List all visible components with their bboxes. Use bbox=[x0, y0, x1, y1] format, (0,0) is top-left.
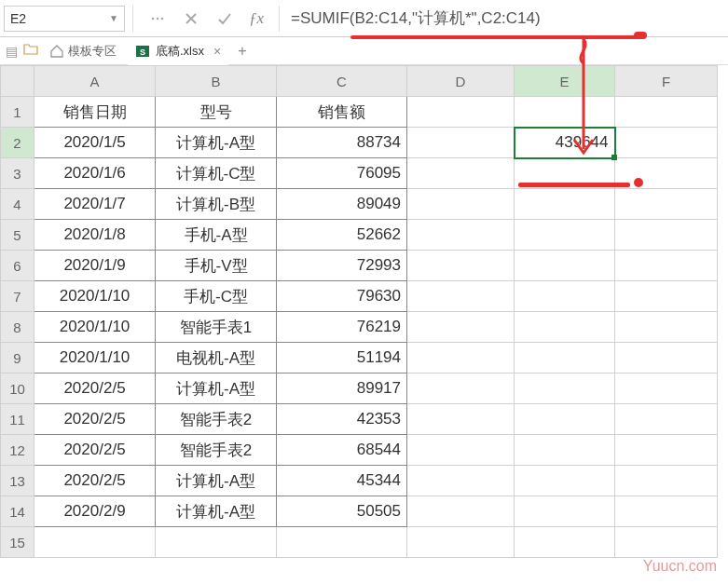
tab-template[interactable]: 模板专区 bbox=[44, 43, 122, 60]
cell-A1[interactable]: 销售日期 bbox=[34, 97, 156, 128]
row-header-14[interactable]: 14 bbox=[1, 496, 34, 527]
cell-D4[interactable] bbox=[407, 189, 515, 220]
cell-C9[interactable]: 51194 bbox=[277, 343, 407, 373]
row-header-2[interactable]: 2 bbox=[1, 128, 34, 158]
cell-F10[interactable] bbox=[615, 373, 718, 404]
col-header-D[interactable]: D bbox=[407, 66, 515, 97]
cell-B5[interactable]: 手机-A型 bbox=[156, 220, 277, 251]
row-header-6[interactable]: 6 bbox=[1, 251, 34, 281]
cell-D11[interactable] bbox=[407, 404, 515, 435]
accept-icon[interactable] bbox=[212, 6, 238, 32]
cell-B11[interactable]: 智能手表2 bbox=[156, 404, 277, 435]
col-header-F[interactable]: F bbox=[615, 66, 718, 97]
cell-A9[interactable]: 2020/1/10 bbox=[34, 343, 156, 373]
cell-D2[interactable] bbox=[407, 128, 515, 158]
cell-A8[interactable]: 2020/1/10 bbox=[34, 312, 156, 343]
close-icon[interactable]: × bbox=[213, 44, 221, 59]
cell-A2[interactable]: 2020/1/5 bbox=[34, 128, 156, 158]
cell-E4[interactable] bbox=[515, 189, 615, 220]
cell-D3[interactable] bbox=[407, 158, 515, 189]
cell-C15[interactable] bbox=[277, 527, 407, 558]
cell-C14[interactable]: 50505 bbox=[277, 496, 407, 527]
fx-icon[interactable]: ƒx bbox=[249, 9, 264, 28]
cell-F9[interactable] bbox=[615, 343, 718, 373]
cell-F12[interactable] bbox=[615, 435, 718, 466]
cell-D6[interactable] bbox=[407, 251, 515, 281]
cell-E8[interactable] bbox=[515, 312, 615, 343]
cell-E7[interactable] bbox=[515, 281, 615, 312]
cell-F6[interactable] bbox=[615, 251, 718, 281]
col-header-C[interactable]: C bbox=[277, 66, 407, 97]
cell-A13[interactable]: 2020/2/5 bbox=[34, 466, 156, 496]
cell-A6[interactable]: 2020/1/9 bbox=[34, 251, 156, 281]
name-box[interactable]: E2 ▼ bbox=[4, 6, 125, 32]
row-header-12[interactable]: 12 bbox=[1, 435, 34, 466]
cell-D10[interactable] bbox=[407, 373, 515, 404]
cell-A4[interactable]: 2020/1/7 bbox=[34, 189, 156, 220]
col-header-A[interactable]: A bbox=[34, 66, 156, 97]
cell-D7[interactable] bbox=[407, 281, 515, 312]
cell-B10[interactable]: 计算机-A型 bbox=[156, 373, 277, 404]
cell-C11[interactable]: 42353 bbox=[277, 404, 407, 435]
cell-F15[interactable] bbox=[615, 527, 718, 558]
cell-E13[interactable] bbox=[515, 466, 615, 496]
cell-E15[interactable] bbox=[515, 527, 615, 558]
cell-E9[interactable] bbox=[515, 343, 615, 373]
cell-E5[interactable] bbox=[515, 220, 615, 251]
cell-C13[interactable]: 45344 bbox=[277, 466, 407, 496]
cell-F2[interactable] bbox=[615, 128, 718, 158]
list-icon[interactable]: ▤ bbox=[6, 44, 18, 59]
cell-D15[interactable] bbox=[407, 527, 515, 558]
cancel-icon[interactable] bbox=[178, 6, 204, 32]
cell-B13[interactable]: 计算机-A型 bbox=[156, 466, 277, 496]
cell-D14[interactable] bbox=[407, 496, 515, 527]
cell-B8[interactable]: 智能手表1 bbox=[156, 312, 277, 343]
cell-C2[interactable]: 88734 bbox=[277, 128, 407, 158]
tab-file[interactable]: S 底稿.xlsx × bbox=[128, 37, 228, 65]
folder-icon[interactable] bbox=[23, 43, 38, 59]
cell-D12[interactable] bbox=[407, 435, 515, 466]
cell-A7[interactable]: 2020/1/10 bbox=[34, 281, 156, 312]
cell-C1[interactable]: 销售额 bbox=[277, 97, 407, 128]
cell-D13[interactable] bbox=[407, 466, 515, 496]
cell-F4[interactable] bbox=[615, 189, 718, 220]
cell-B7[interactable]: 手机-C型 bbox=[156, 281, 277, 312]
more-icon[interactable] bbox=[144, 6, 171, 32]
cell-E12[interactable] bbox=[515, 435, 615, 466]
cell-C3[interactable]: 76095 bbox=[277, 158, 407, 189]
cell-C7[interactable]: 79630 bbox=[277, 281, 407, 312]
cell-F5[interactable] bbox=[615, 220, 718, 251]
row-header-4[interactable]: 4 bbox=[1, 189, 34, 220]
cell-B3[interactable]: 计算机-C型 bbox=[156, 158, 277, 189]
row-header-7[interactable]: 7 bbox=[1, 281, 34, 312]
cell-A14[interactable]: 2020/2/9 bbox=[34, 496, 156, 527]
cell-A15[interactable] bbox=[34, 527, 156, 558]
row-header-8[interactable]: 8 bbox=[1, 312, 34, 343]
cell-D8[interactable] bbox=[407, 312, 515, 343]
cell-D5[interactable] bbox=[407, 220, 515, 251]
cell-D9[interactable] bbox=[407, 343, 515, 373]
row-header-9[interactable]: 9 bbox=[1, 343, 34, 373]
cell-F11[interactable] bbox=[615, 404, 718, 435]
row-header-5[interactable]: 5 bbox=[1, 220, 34, 251]
cell-E11[interactable] bbox=[515, 404, 615, 435]
cell-F8[interactable] bbox=[615, 312, 718, 343]
cell-F7[interactable] bbox=[615, 281, 718, 312]
cell-C5[interactable]: 52662 bbox=[277, 220, 407, 251]
cell-A3[interactable]: 2020/1/6 bbox=[34, 158, 156, 189]
row-header-10[interactable]: 10 bbox=[1, 373, 34, 404]
cell-B4[interactable]: 计算机-B型 bbox=[156, 189, 277, 220]
row-header-3[interactable]: 3 bbox=[1, 158, 34, 189]
cell-B6[interactable]: 手机-V型 bbox=[156, 251, 277, 281]
cell-F1[interactable] bbox=[615, 97, 718, 128]
cell-C4[interactable]: 89049 bbox=[277, 189, 407, 220]
chevron-down-icon[interactable]: ▼ bbox=[109, 13, 118, 23]
cell-B1[interactable]: 型号 bbox=[156, 97, 277, 128]
cell-A12[interactable]: 2020/2/5 bbox=[34, 435, 156, 466]
cell-E14[interactable] bbox=[515, 496, 615, 527]
cell-B2[interactable]: 计算机-A型 bbox=[156, 128, 277, 158]
grid-table[interactable]: A B C D E F 1 销售日期 型号 销售额 2 2020/1/5 计算机… bbox=[0, 65, 718, 558]
cell-E10[interactable] bbox=[515, 373, 615, 404]
cell-C12[interactable]: 68544 bbox=[277, 435, 407, 466]
row-header-1[interactable]: 1 bbox=[1, 97, 34, 128]
